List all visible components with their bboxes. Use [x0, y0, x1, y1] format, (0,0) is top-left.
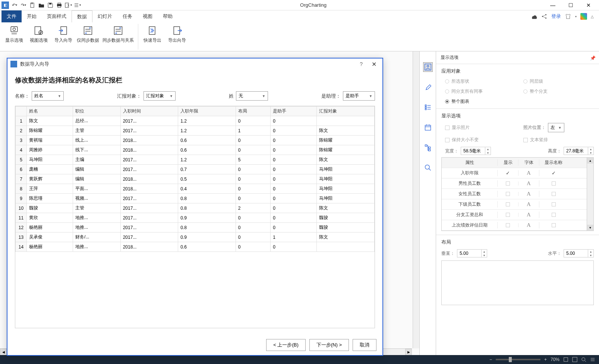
zoom-out-icon[interactable]: − [489, 357, 492, 362]
table-row[interactable]: 11黄欣地推...2017...0.900魏骏 [16, 213, 375, 223]
tshirt-icon[interactable] [565, 13, 571, 20]
undo-button[interactable]: ↶▾ [10, 1, 19, 9]
radio-same-branch[interactable]: 同分支所有同事 [445, 88, 516, 95]
tab-start[interactable]: 开始 [22, 10, 42, 22]
photo-pos-select[interactable]: 左▼ [548, 123, 564, 132]
table-row[interactable]: 13吴承俊财务/...2017...0.901陈文 [16, 232, 375, 242]
display-options-button[interactable]: 显示选项 [3, 24, 25, 44]
tab-view[interactable]: 视图 [138, 10, 158, 22]
attr-row[interactable]: 上次绩效评估日期A [442, 220, 587, 231]
sync-data-button[interactable]: 仅同步数据 [77, 24, 99, 44]
sync-relations-button[interactable]: 同步数据与关系 [101, 24, 135, 44]
tab-slides[interactable]: 幻灯片 [92, 10, 117, 22]
radio-same-level[interactable]: 同层级 [523, 78, 594, 85]
zoom-slider[interactable] [496, 359, 540, 360]
table-row[interactable]: 12杨艳丽地推...2017...0.800魏骏 [16, 223, 375, 232]
table-row[interactable]: 6庞楠编辑2017...0.700马坤阳 [16, 165, 375, 174]
login-link[interactable]: 登录 [551, 13, 561, 20]
table-row[interactable]: 8王萍平面...2018...0.400马坤阳 [16, 184, 375, 194]
table-row[interactable]: 5马坤阳主编2017...1.250陈文 [16, 155, 375, 165]
radio-whole-chart[interactable]: 整个图表 [445, 98, 516, 105]
side-search-icon[interactable] [423, 163, 432, 172]
maximize-button[interactable]: ☐ [563, 1, 578, 10]
minimize-button[interactable]: — [545, 1, 560, 10]
print-button[interactable] [55, 1, 63, 9]
redo-button[interactable]: ↷▾ [19, 1, 28, 9]
side-list-icon[interactable] [423, 103, 432, 112]
data-table[interactable]: 姓名职位入职时间入职年限布局是助手汇报对象1陈文总经...2017...1.20… [15, 106, 375, 328]
height-spinner[interactable]: ▲▼ [564, 147, 594, 155]
next-button[interactable]: 下一步(N) > [309, 339, 349, 351]
table-row[interactable]: 9陈思瑾视频...2017...0.800马坤阳 [16, 194, 375, 203]
column-header[interactable]: 是助手 [271, 107, 317, 116]
list-button[interactable]: ▾ [73, 1, 81, 9]
table-row[interactable]: 4周雅婷线下...2018...0.600陈锦耀 [16, 145, 375, 155]
dialog-help-icon[interactable]: ? [357, 61, 366, 67]
pin-icon[interactable]: 📌 [590, 56, 595, 60]
scroll-right-icon[interactable]: ▶ [405, 349, 412, 355]
open-button[interactable] [37, 1, 45, 9]
table-row[interactable]: 3黄祺瑞线上...2018...0.600陈锦耀 [16, 136, 375, 145]
column-header[interactable]: 入职年限 [178, 107, 236, 116]
cancel-button[interactable]: 取消 [353, 339, 376, 351]
cloud-icon[interactable] [530, 13, 537, 20]
width-spinner[interactable]: ▲▼ [461, 147, 491, 155]
table-row[interactable]: 1陈文总经...2017...1.200 [16, 116, 375, 126]
prev-button[interactable]: < 上一步(B) [266, 339, 306, 351]
column-header[interactable]: 职位 [73, 107, 121, 116]
zoom-in-icon[interactable]: + [544, 357, 547, 362]
view-options-button[interactable]: 视图选项 [28, 24, 50, 44]
radio-whole-branch[interactable]: 整个分支 [523, 88, 594, 95]
h-spinner[interactable]: ▲▼ [564, 249, 594, 257]
apps-icon[interactable] [580, 13, 587, 20]
tab-tasks[interactable]: 任务 [117, 10, 138, 22]
attr-row[interactable]: 入职年限✓A✓ [442, 168, 587, 178]
tab-page-style[interactable]: 页面样式 [42, 10, 72, 22]
export-wizard-button[interactable]: 导出向导 [166, 24, 188, 44]
quick-export-button[interactable]: 快速导出 [141, 24, 164, 44]
check-keep-size[interactable]: 保持大小不变 [445, 137, 516, 143]
side-calendar-icon[interactable] [423, 123, 432, 132]
side-brush-icon[interactable] [423, 83, 432, 92]
import-wizard-button[interactable]: 导入向导 [52, 24, 75, 44]
table-row[interactable]: 10魏骏主管2017...0.820陈文 [16, 203, 375, 213]
side-hierarchy-icon[interactable] [423, 143, 432, 152]
collapse-ribbon-icon[interactable]: △ [591, 15, 594, 19]
dialog-close-icon[interactable]: ✕ [369, 61, 379, 68]
table-row[interactable]: 7黄跃辉编辑2018...0.500马坤阳 [16, 174, 375, 184]
attr-row[interactable]: 女性员工数A [442, 189, 587, 199]
scroll-left-icon[interactable]: ◀ [0, 349, 7, 355]
radio-selected-shapes[interactable]: 所选形状 [445, 78, 516, 85]
v-spinner[interactable]: ▲▼ [457, 249, 487, 257]
column-header[interactable] [16, 107, 27, 116]
file-menu[interactable]: 文件 [1, 10, 22, 22]
fit-icon[interactable] [563, 357, 568, 362]
attr-scrollbar[interactable]: ▲▼ [587, 158, 593, 231]
zoom-fit-icon[interactable] [581, 357, 586, 362]
vertical-scrollbar[interactable] [413, 51, 419, 348]
share-icon[interactable] [541, 13, 548, 20]
column-header[interactable]: 汇报对象 [317, 107, 375, 116]
attr-row[interactable]: 下级员工数A [442, 199, 587, 210]
export-button[interactable]: ▾ [64, 1, 72, 9]
tab-data[interactable]: 数据 [72, 10, 92, 22]
report-select[interactable]: 汇报对象▼ [144, 91, 176, 101]
layout-preview[interactable] [441, 260, 594, 305]
column-header[interactable]: 入职时间 [120, 107, 178, 116]
attr-row[interactable]: 男性员工数A [442, 178, 587, 189]
tab-help[interactable]: 帮助 [158, 10, 178, 22]
side-person-icon[interactable] [423, 63, 432, 72]
dialog-titlebar[interactable]: 数据导入向导 ? ✕ [7, 58, 382, 70]
assist-select[interactable]: 是助手▼ [343, 91, 375, 101]
fullscreen-icon[interactable] [572, 357, 577, 362]
attr-row[interactable]: 分支工资总和A [442, 210, 587, 220]
new-doc-button[interactable] [28, 1, 37, 9]
check-vertical-text[interactable]: 文本竖排 [523, 137, 594, 143]
column-header[interactable]: 布局 [236, 107, 271, 116]
close-button[interactable]: ✕ [581, 1, 596, 10]
check-show-photo[interactable]: 显示照片 [445, 123, 516, 132]
save-button[interactable] [46, 1, 54, 9]
column-header[interactable]: 姓名 [27, 107, 73, 116]
table-row[interactable]: 14杨艳丽地推...2018...0.600 [16, 242, 375, 252]
surname-select[interactable]: 无▼ [236, 91, 268, 101]
